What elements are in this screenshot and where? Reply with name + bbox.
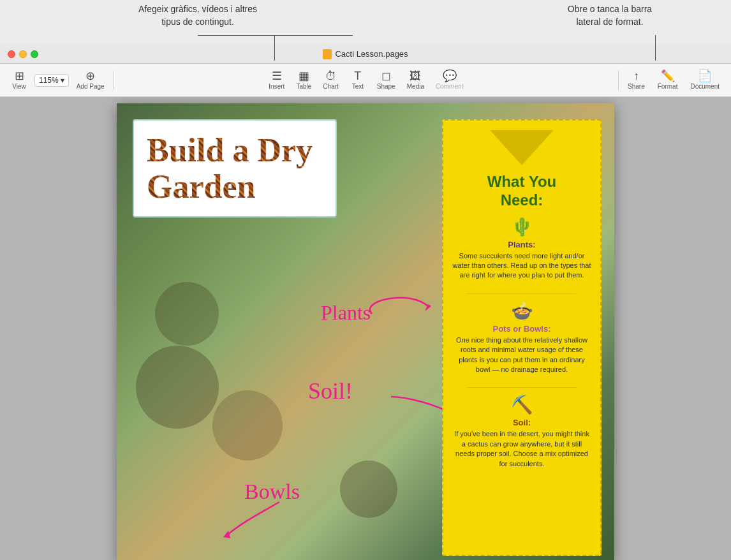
share-label: Share: [628, 83, 645, 90]
title-text: Build a DryGarden: [147, 132, 323, 205]
format-button[interactable]: ✏️ Format: [653, 68, 683, 92]
panel-divider-2: [466, 387, 577, 388]
media-label: Media: [407, 83, 424, 90]
view-label: View: [12, 83, 26, 90]
format-label: Format: [658, 83, 678, 90]
chevron-down-icon: ▾: [61, 76, 64, 85]
traffic-lights: [8, 50, 38, 58]
zoom-button[interactable]: [31, 50, 38, 58]
document-label: Document: [690, 83, 720, 90]
comment-button[interactable]: 💬 Comment: [431, 68, 468, 92]
view-icon: ⊞: [15, 70, 24, 82]
canvas: Build a DryGarden Plants Soil! Bowls Wha…: [0, 97, 731, 560]
panel-title: What YouNeed:: [487, 173, 556, 210]
text-icon: T: [354, 70, 361, 82]
titlebar: Cacti Lesson.pages: [0, 45, 731, 64]
insert-button[interactable]: ☰ Insert: [263, 68, 290, 92]
add-page-button[interactable]: ⊕ Add Page: [71, 68, 110, 92]
panel-item-plants: 🌵 Plants: Some succulents need more ligh…: [452, 216, 591, 281]
toolbar-separator-2: [618, 71, 619, 90]
toolbar: ⊞ View 115% ▾ ⊕ Add Page ☰ Insert ▦ Tabl…: [0, 64, 731, 97]
table-label: Table: [296, 83, 311, 90]
plant-circle-4: [340, 461, 397, 518]
close-button[interactable]: [8, 50, 15, 58]
text-button[interactable]: T Text: [345, 68, 371, 92]
comment-label: Comment: [436, 83, 463, 90]
title-box: Build a DryGarden: [133, 119, 337, 217]
callout-area: Afegeix gràfics, vídeos i altrestipus de…: [0, 0, 731, 45]
media-button[interactable]: 🖼 Media: [402, 68, 429, 92]
chart-button[interactable]: ⏱ Chart: [318, 68, 343, 92]
format-icon: ✏️: [661, 70, 675, 82]
toolbar-left: ⊞ View 115% ▾ ⊕ Add Page: [6, 68, 110, 92]
doc-icon: [323, 49, 332, 59]
table-icon: ▦: [299, 70, 309, 82]
insert-label: Insert: [269, 83, 284, 90]
shape-label: Shape: [377, 83, 395, 90]
panel-item-pots: 🍲 Pots or Bowls: One nice thing about th…: [452, 300, 591, 375]
panel-item-soil: ⛏️ Soil: If you've been in the desert, y…: [452, 394, 591, 469]
info-panel: What YouNeed: 🌵 Plants: Some succulents …: [442, 119, 602, 556]
document-page: Build a DryGarden Plants Soil! Bowls Wha…: [117, 103, 614, 560]
toolbar-separator-1: [114, 71, 114, 90]
pots-text: One nice thing about the relatively shal…: [452, 335, 591, 375]
zoom-value: 115%: [39, 76, 59, 85]
chart-icon: ⏱: [325, 70, 337, 82]
comment-icon: 💬: [443, 70, 457, 82]
plant-circle-1: [136, 346, 219, 429]
minimize-button[interactable]: [19, 50, 27, 58]
shape-icon: ◻: [381, 70, 391, 82]
soil-icon: ⛏️: [511, 394, 533, 415]
plant-circle-2: [155, 282, 219, 346]
callout-line-horiz: [198, 35, 353, 36]
table-button[interactable]: ▦ Table: [291, 68, 316, 92]
text-label: Text: [352, 83, 364, 90]
callout-left-text: Afegeix gràfics, vídeos i altrestipus de…: [108, 3, 287, 28]
pots-icon: 🍲: [511, 300, 533, 321]
window-title: Cacti Lesson.pages: [323, 49, 408, 59]
shape-button[interactable]: ◻ Shape: [372, 68, 401, 92]
add-page-label: Add Page: [77, 83, 105, 90]
toolbar-center: ☰ Insert ▦ Table ⏱ Chart T Text ◻ Shape …: [118, 68, 614, 92]
share-button[interactable]: ↑ Share: [623, 68, 650, 92]
view-button[interactable]: ⊞ View: [6, 68, 32, 92]
panel-divider-1: [466, 293, 577, 294]
title-text: Cacti Lesson.pages: [335, 49, 408, 59]
chart-label: Chart: [323, 83, 338, 90]
plant-circle-3: [212, 390, 283, 461]
toolbar-right: ↑ Share ✏️ Format 📄 Document: [623, 68, 725, 92]
panel-arrow: [490, 130, 554, 165]
add-page-icon: ⊕: [85, 70, 95, 82]
main-content: Build a DryGarden Plants Soil! Bowls Wha…: [0, 97, 731, 560]
soil-text: If you've been in the desert, you might …: [452, 429, 591, 469]
pots-title: Pots or Bowls:: [492, 324, 550, 334]
insert-icon: ☰: [272, 70, 282, 82]
media-icon: 🖼: [410, 70, 421, 82]
zoom-control[interactable]: 115% ▾: [34, 74, 69, 87]
plants-title: Plants:: [508, 240, 535, 249]
plants-text: Some succulents need more light and/or w…: [452, 251, 591, 281]
soil-title: Soil:: [513, 418, 531, 427]
callout-right-text: Obre o tanca la barralateral de format.: [540, 3, 680, 28]
share-icon: ↑: [633, 70, 639, 82]
document-button[interactable]: 📄 Document: [685, 68, 725, 92]
plants-icon: 🌵: [511, 216, 533, 237]
document-icon: 📄: [698, 70, 712, 82]
